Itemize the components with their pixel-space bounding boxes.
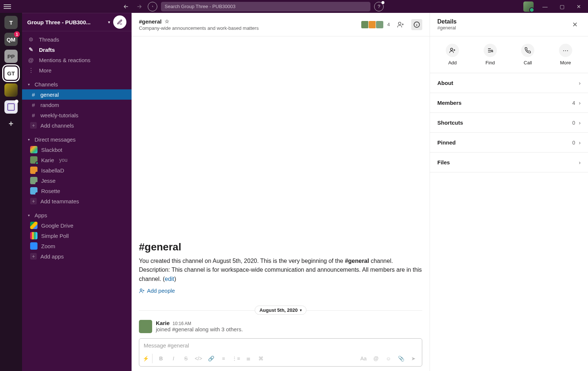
details-panel: Details #general ✕ Add Find Call ⋯More A… (430, 13, 588, 371)
mention-icon[interactable]: @ (371, 354, 381, 363)
message[interactable]: Karie10:16 AM joined #general along with… (139, 318, 422, 338)
details-shortcuts[interactable]: Shortcuts0› (430, 113, 588, 133)
emoji-icon[interactable]: ☺ (384, 354, 393, 363)
channel-weekly-tutorials[interactable]: #weekly-tutorials (22, 110, 132, 120)
compose-button[interactable] (113, 15, 126, 29)
add-person-button[interactable] (395, 19, 406, 30)
add-people-link[interactable]: Add people (139, 288, 422, 294)
date-pill[interactable]: August 5th, 2020▾ (255, 306, 306, 315)
message-sender[interactable]: Karie (156, 320, 170, 326)
details-members[interactable]: Members4› (430, 93, 588, 113)
edit-link[interactable]: edit (165, 276, 174, 282)
italic-icon[interactable]: I (169, 354, 178, 363)
maximize-button[interactable]: ▢ (556, 1, 567, 12)
workspace-header[interactable]: Group Three - PUB300... ▾ (22, 13, 132, 31)
codeblock-icon[interactable]: ⌘ (256, 354, 266, 363)
plus-icon: + (30, 253, 37, 260)
shortcuts-icon[interactable]: ⚡ (143, 354, 153, 363)
section-dms[interactable]: ▾Direct messages (22, 134, 132, 145)
action-find[interactable]: Find (484, 44, 497, 65)
help-button[interactable]: ? (374, 2, 384, 11)
forward-button[interactable] (135, 2, 144, 11)
app-google-drive[interactable]: Google Drive (22, 220, 132, 231)
hash-icon: # (30, 112, 37, 118)
format-icon[interactable]: Aa (359, 354, 368, 363)
workspace-rail: T QM1 PP GT + (0, 13, 22, 371)
dm-slackbot[interactable]: Slackbot (22, 145, 132, 155)
app-zoom[interactable]: Zoom (22, 241, 132, 251)
details-button[interactable] (411, 19, 422, 30)
presence-icon (35, 182, 39, 185)
avatar-icon (139, 320, 152, 333)
nav-mentions[interactable]: @Mentions & reactions (22, 55, 132, 65)
quote-icon[interactable]: ≣ (244, 354, 253, 363)
user-avatar[interactable] (523, 1, 534, 12)
details-subtitle: #general (437, 25, 456, 31)
workspace-pp[interactable]: PP (4, 50, 18, 63)
minimize-button[interactable]: — (539, 1, 551, 12)
action-add[interactable]: Add (446, 44, 459, 65)
add-channels[interactable]: +Add channels (22, 120, 132, 131)
link-icon[interactable]: 🔗 (206, 354, 216, 363)
add-teammates[interactable]: +Add teammates (22, 196, 132, 206)
attach-icon[interactable]: 📎 (396, 354, 406, 363)
section-apps[interactable]: ▾Apps (22, 210, 132, 220)
workspace-gt[interactable]: GT (4, 67, 18, 80)
plus-icon: + (30, 122, 37, 129)
search-input[interactable]: Search Group Three - PUB30003 (161, 2, 370, 11)
ol-icon[interactable]: ≡ (219, 354, 228, 363)
add-apps[interactable]: +Add apps (22, 251, 132, 261)
hash-icon: # (30, 92, 37, 98)
svg-point-0 (398, 22, 401, 25)
channel-header: #general☆ Company-wide announcements and… (132, 13, 430, 36)
bold-icon[interactable]: B (156, 354, 166, 363)
details-pinned[interactable]: Pinned0› (430, 133, 588, 153)
workspace-qm[interactable]: QM1 (4, 33, 18, 46)
dm-isabellad[interactable]: IsabellaD (22, 165, 132, 175)
date-divider: August 5th, 2020▾ (139, 306, 422, 315)
close-button[interactable]: ✕ (573, 1, 584, 12)
history-button[interactable] (148, 2, 157, 11)
composer-toolbar: ⚡ B I S </> 🔗 ≡ ⋮≡ ≣ ⌘ Aa @ ☺ 📎 ➤ (139, 352, 422, 366)
avatar-icon (30, 177, 37, 184)
workspace-6[interactable] (4, 100, 18, 114)
channel-name[interactable]: #general (139, 18, 162, 25)
section-channels[interactable]: ▾Channels (22, 79, 132, 89)
composer-input[interactable]: Message #general (139, 339, 422, 352)
dm-jesse[interactable]: Jesse (22, 175, 132, 186)
ul-icon[interactable]: ⋮≡ (231, 354, 241, 363)
workspace-t[interactable]: T (4, 16, 18, 29)
details-about[interactable]: About› (430, 73, 588, 93)
star-icon[interactable]: ☆ (165, 18, 169, 24)
channel-general[interactable]: #general (22, 89, 132, 100)
details-files[interactable]: Files› (430, 153, 588, 172)
intro-text: You created this channel on August 5th, … (139, 257, 422, 284)
workspace-5[interactable] (4, 83, 18, 97)
details-header: Details #general ✕ (430, 13, 588, 36)
app-icon (30, 232, 37, 239)
nav-more[interactable]: ⋮More (22, 65, 132, 75)
code-icon[interactable]: </> (194, 354, 203, 363)
nav-threads[interactable]: ⊜Threads (22, 34, 132, 44)
nav-drafts[interactable]: ✎Drafts (22, 44, 132, 55)
avatar-icon (368, 21, 376, 29)
back-button[interactable] (121, 2, 131, 11)
menu-icon[interactable] (4, 4, 11, 9)
action-call[interactable]: Call (521, 44, 534, 65)
channel-topic[interactable]: Company-wide announcements and work-base… (139, 25, 358, 31)
send-icon[interactable]: ➤ (409, 354, 418, 363)
close-details-button[interactable]: ✕ (569, 19, 581, 31)
chevron-right-icon: › (579, 139, 581, 146)
dm-karie[interactable]: Karieyou (22, 155, 132, 165)
channel-random[interactable]: #random (22, 100, 132, 110)
action-more[interactable]: ⋯More (559, 44, 572, 65)
member-list-button[interactable]: 4 (363, 21, 390, 29)
strike-icon[interactable]: S (181, 354, 191, 363)
app-simple-poll[interactable]: Simple Poll (22, 231, 132, 241)
dm-rosette[interactable]: Rosette (22, 186, 132, 196)
message-text: joined #general along with 3 others. (156, 326, 243, 332)
add-workspace-button[interactable]: + (4, 117, 18, 131)
chevron-right-icon: › (579, 100, 581, 106)
message-list: #general You created this channel on Aug… (132, 36, 430, 338)
threads-icon: ⊜ (27, 36, 35, 43)
